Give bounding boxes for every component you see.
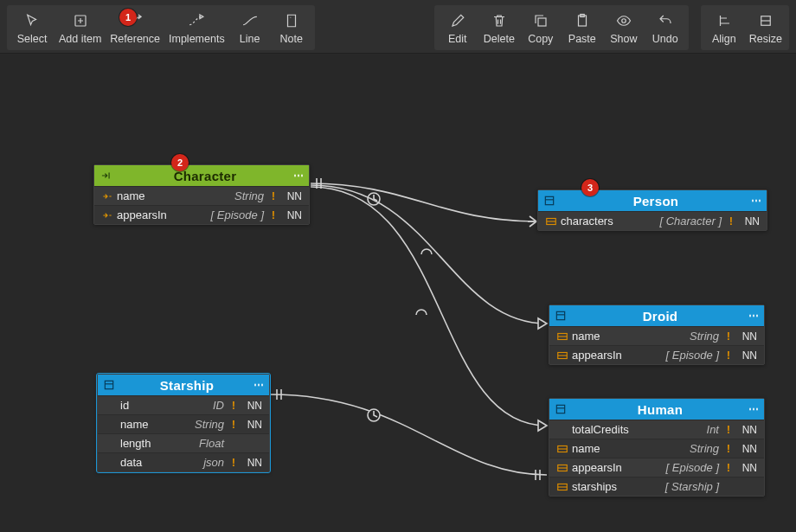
resize-button[interactable]: Resize [746,9,786,48]
entity-menu-icon[interactable]: ⋯ [749,195,761,207]
toolbar-group-edit: Edit Delete Copy Paste Show [434,5,689,50]
implements-arrow-icon [185,10,208,31]
field-type-icon [555,463,570,473]
entity-title: Character [119,169,292,183]
field-required-icon: ! [722,330,735,343]
field-row[interactable]: idID!NN [98,395,269,414]
entity-header[interactable]: Character ⋯ [94,165,309,186]
toolbar-label: Show [610,33,637,45]
field-notnull: NN [240,457,262,469]
toolbar-label: Copy [528,33,553,45]
edit-button[interactable]: Edit [438,9,478,48]
table-icon [555,309,568,323]
field-row[interactable]: characters[ Character ]!NN [538,211,767,230]
field-notnull: NN [240,400,262,412]
line-tool[interactable]: Line [230,9,270,48]
entity-menu-icon[interactable]: ⋯ [747,310,759,322]
note-icon [280,10,303,31]
entity-menu-icon[interactable]: ⋯ [252,379,264,391]
field-type-icon [543,216,559,227]
note-tool[interactable]: Note [272,9,311,48]
align-button[interactable]: Align [704,9,744,48]
toolbar: Select Add item Reference Implements Lin… [0,0,796,54]
field-row[interactable]: datajson!NN [98,452,269,471]
field-type-icon [100,209,115,221]
add-item-tool[interactable]: Add item [55,9,105,48]
field-row[interactable]: nameString!NN [94,186,309,205]
entity-menu-icon[interactable]: ⋯ [747,403,759,415]
field-type-icon [103,401,119,410]
field-name: appearsIn [570,461,666,474]
implements-tool[interactable]: Implements [165,9,228,48]
show-button[interactable]: Show [604,9,644,48]
svg-rect-1 [538,18,546,26]
field-type-icon [555,426,570,434]
delete-button[interactable]: Delete [479,9,519,48]
field-notnull: NN [735,443,757,455]
field-row[interactable]: appearsIn[ Episode ]!NN [549,345,764,364]
field-type: [ Character ] [659,215,725,228]
field-notnull: NN [279,190,302,202]
field-required-icon: ! [722,423,735,436]
copy-button[interactable]: Copy [521,9,561,48]
paste-button[interactable]: Paste [562,9,602,48]
field-row[interactable]: nameString!NN [549,326,764,345]
entity-header[interactable]: Starship ⋯ [98,375,269,395]
field-type-icon [555,331,570,342]
entity-character[interactable]: Character ⋯ nameString!NNappearsIn[ Epis… [93,164,310,225]
callout-1: 1 [119,9,137,26]
field-notnull: NN [735,462,757,474]
field-type: [ Episode ] [666,349,722,362]
toolbar-label: Resize [749,33,782,45]
field-type: Int [707,423,722,436]
toolbar-label: Line [240,33,260,45]
field-row[interactable]: nameString!NN [549,439,764,458]
entity-starship[interactable]: Starship ⋯ idID!NNnameString!NNlengthFlo… [97,374,270,472]
table-icon [555,402,568,416]
field-type: ID [213,399,228,412]
edit-icon [446,10,469,31]
field-row[interactable]: starships[ Starship ] [549,477,764,496]
field-row[interactable]: appearsIn[ Episode ]!NN [94,205,309,224]
field-name: appearsIn [115,208,211,221]
field-required-icon: ! [228,456,240,469]
field-notnull: NN [735,424,757,436]
entity-title: Starship [122,378,252,393]
diagram-canvas[interactable]: Character ⋯ nameString!NNappearsIn[ Epis… [0,54,796,532]
entity-person[interactable]: Person ⋯ characters[ Character ]!NN [537,189,767,231]
entity-menu-icon[interactable]: ⋯ [292,170,304,182]
field-required-icon: ! [722,442,735,455]
entity-rows: nameString!NNappearsIn[ Episode ]!NN [549,326,764,364]
field-type: json [203,456,228,469]
cursor-icon [21,10,43,31]
eye-icon [613,10,635,31]
field-notnull: NN [240,419,262,431]
field-name: appearsIn [570,349,666,362]
undo-button[interactable]: Undo [645,9,685,48]
paste-icon [571,10,594,31]
entity-droid[interactable]: Droid ⋯ nameString!NNappearsIn[ Episode … [549,304,765,365]
toolbar-label: Note [279,33,302,45]
field-row[interactable]: nameString!NN [98,414,269,433]
svg-rect-17 [105,381,112,388]
toolbar-label: Implements [169,33,225,45]
callout-2: 2 [171,154,189,171]
field-row[interactable]: lengthFloat [98,433,269,452]
entity-header[interactable]: Person ⋯ [538,190,767,211]
field-name: totalCredits [570,423,707,436]
field-type: [ Episode ] [211,208,267,221]
resize-icon [754,10,777,31]
trash-icon [488,10,510,31]
entity-header[interactable]: Human ⋯ [549,399,764,420]
line-icon [239,10,261,31]
toolbar-label: Add item [59,33,101,45]
entity-title: Human [574,402,747,417]
field-row[interactable]: appearsIn[ Episode ]!NN [549,458,764,477]
svg-rect-13 [556,405,564,413]
svg-rect-10 [556,311,564,319]
select-tool[interactable]: Select [10,9,54,48]
entity-header[interactable]: Droid ⋯ [549,305,764,326]
toolbar-group-items: Select Add item Reference Implements Lin… [7,5,315,50]
entity-human[interactable]: Human ⋯ totalCreditsInt!NNnameString!NNa… [549,398,765,497]
field-row[interactable]: totalCreditsInt!NN [549,420,764,439]
